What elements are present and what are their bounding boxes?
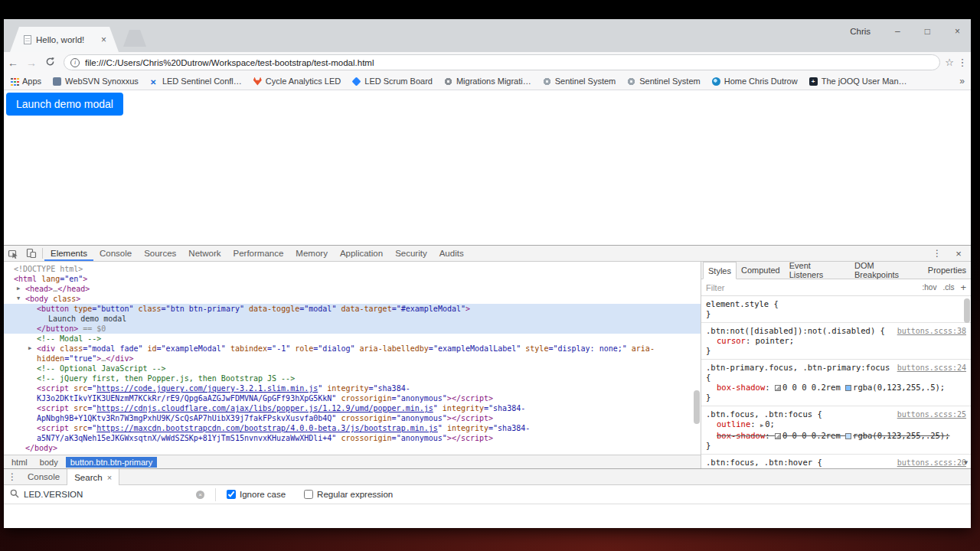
bookmark-item[interactable]: LED Sentinel Confl…	[150, 77, 242, 86]
bookmark-item[interactable]: Migrations Migrati…	[444, 77, 531, 86]
devtools-tab-security[interactable]: Security	[389, 246, 433, 261]
drawer-tab-console[interactable]: Console	[21, 469, 67, 484]
styles-tab-styles[interactable]: Styles	[703, 262, 737, 279]
color-swatch[interactable]	[845, 433, 851, 439]
devtools-menu-icon[interactable]: ⋮	[928, 248, 946, 259]
browser-menu-icon[interactable]: ⋮	[954, 57, 971, 68]
page-info-icon[interactable]: i	[70, 58, 80, 67]
elements-tree-node[interactable]: <script src="https://maxcdn.bootstrapcdn…	[4, 423, 701, 443]
search-option[interactable]: Ignore case	[227, 490, 286, 499]
devtools-tab-network[interactable]: Network	[182, 246, 227, 261]
minimize-button[interactable]: –	[895, 26, 900, 37]
elements-tree-node[interactable]: ▶<div class="modal fade" id="exampleModa…	[4, 344, 701, 364]
elements-tree-node[interactable]: <script src="https://code.jquery.com/jqu…	[4, 383, 701, 403]
new-tab-button[interactable]	[123, 30, 146, 47]
styles-filter-input[interactable]	[706, 283, 916, 292]
omnibox[interactable]: i	[64, 54, 940, 70]
elements-tree-node[interactable]: <!-- jQuery first, then Popper.js, then …	[4, 373, 701, 383]
bookmarks-overflow-chevron[interactable]: »	[959, 76, 965, 86]
search-option-checkbox[interactable]	[227, 490, 236, 499]
stylesheet-link[interactable]: buttons.scss:20	[897, 458, 966, 468]
drawer-menu-icon[interactable]: ⋮	[4, 469, 21, 484]
elements-tree-node[interactable]: <html lang="en">	[4, 274, 701, 284]
rule-selector[interactable]: .btn:focus, .btn:hover {	[706, 458, 891, 468]
elements-scrollbar[interactable]	[694, 390, 700, 424]
inspect-element-icon[interactable]	[4, 246, 22, 261]
styles-toggle[interactable]: .cls	[942, 283, 954, 292]
styles-toggle[interactable]: +	[960, 282, 966, 293]
css-property[interactable]: box-shadow: 0 0 0 0.2rem rgba(0,123,255,…	[706, 383, 966, 393]
search-option[interactable]: Regular expression	[304, 490, 393, 499]
styles-toggle[interactable]: :hov	[923, 283, 937, 292]
forward-button[interactable]: →	[22, 57, 41, 69]
clear-search-icon[interactable]: ×	[196, 491, 204, 499]
expand-value-icon[interactable]: ▶	[760, 422, 763, 429]
devtools-tab-memory[interactable]: Memory	[289, 246, 334, 261]
drawer-tab-search[interactable]: Search×	[67, 469, 119, 485]
elements-tree-node[interactable]: </button> == $0	[4, 324, 701, 334]
bookmark-item[interactable]: LED Scrum Board	[352, 77, 433, 86]
elements-tree-node[interactable]: Launch demo modal	[4, 314, 701, 324]
rule-selector[interactable]: .btn:not([disabled]):not(.disabled) {	[706, 326, 891, 336]
bookmark-item[interactable]: Home Chris Dutrow	[712, 77, 798, 86]
breadcrumb-item[interactable]: body	[35, 457, 63, 468]
elements-tree-node[interactable]: <!-- Optional JavaScript -->	[4, 364, 701, 373]
devtools-tab-audits[interactable]: Audits	[433, 246, 470, 261]
bookmark-item[interactable]: Sentinel System	[543, 77, 616, 86]
devtools-tab-console[interactable]: Console	[93, 246, 138, 261]
rule-selector[interactable]: element.style {	[706, 299, 966, 309]
launch-demo-modal-button[interactable]: Launch demo modal	[6, 93, 123, 116]
toggle-arrow-icon[interactable]: ▼	[17, 294, 20, 304]
stylesheet-link[interactable]: buttons.scss:24	[897, 363, 966, 373]
bookmark-item[interactable]: WebSVN Synoxxus	[53, 77, 139, 86]
color-swatch[interactable]	[845, 385, 851, 391]
rule-selector[interactable]: .btn-primary.focus, .btn-primary:focus {	[706, 363, 891, 383]
styles-scrollbar[interactable]	[964, 298, 970, 323]
stylesheet-link[interactable]: buttons.scss:38	[897, 326, 966, 336]
profile-name[interactable]: Chris	[850, 27, 871, 36]
toggle-arrow-icon[interactable]: ▶	[28, 344, 31, 354]
toggle-arrow-icon[interactable]: ▶	[17, 284, 20, 294]
tab-close-icon[interactable]: ×	[101, 34, 106, 45]
css-property[interactable]: outline: ▶0;	[706, 419, 966, 431]
reload-button[interactable]	[41, 57, 59, 69]
styles-tab-dom-breakpoints[interactable]: DOM Breakpoints	[850, 262, 923, 279]
breadcrumb-item[interactable]: html	[7, 457, 32, 468]
bookmark-item[interactable]: Sentinel System	[627, 77, 700, 86]
rule-selector[interactable]: .btn.focus, .btn:focus {	[706, 409, 891, 419]
elements-tree-node[interactable]: <!DOCTYPE html>	[4, 264, 701, 274]
browser-tab[interactable]: Hello, world! ×	[10, 27, 119, 52]
devtools-tab-sources[interactable]: Sources	[138, 246, 182, 261]
back-button[interactable]: ←	[4, 57, 22, 69]
stylesheet-link[interactable]: buttons.scss:25	[897, 409, 966, 419]
devtools-tab-application[interactable]: Application	[334, 246, 389, 261]
drawer-tab-close-icon[interactable]: ×	[107, 473, 112, 482]
device-toolbar-icon[interactable]	[22, 246, 41, 261]
elements-tree-node[interactable]: ▼<body class>	[4, 294, 701, 304]
elements-tree-node[interactable]: <button type="button" class="btn btn-pri…	[4, 304, 701, 314]
bookmark-item[interactable]: Cycle Analytics LED	[253, 77, 341, 86]
devtools-close-icon[interactable]: ×	[949, 248, 968, 259]
devtools-tab-performance[interactable]: Performance	[227, 246, 290, 261]
elements-tree-node[interactable]: <!-- Modal -->	[4, 334, 701, 344]
css-property[interactable]: cursor: pointer;	[706, 336, 966, 346]
search-input[interactable]	[24, 490, 196, 499]
url-input[interactable]	[85, 58, 933, 67]
search-option-checkbox[interactable]	[304, 490, 313, 499]
bookmark-item[interactable]: The jOOQ User Man…	[809, 77, 907, 86]
shadow-editor-icon[interactable]	[775, 433, 781, 439]
elements-tree-node[interactable]: <script src="https://cdnjs.cloudflare.co…	[4, 403, 701, 423]
styles-tab-event-listeners[interactable]: Event Listeners	[785, 262, 850, 279]
devtools-tab-elements[interactable]: Elements	[44, 246, 93, 261]
bookmark-item[interactable]: Apps	[10, 77, 41, 86]
close-button[interactable]: ×	[955, 26, 960, 37]
css-property[interactable]: box-shadow: 0 0 0 0.2rem rgba(0,123,255,…	[706, 431, 966, 441]
bookmark-star-icon[interactable]: ☆	[945, 57, 954, 68]
elements-tree-node[interactable]: </body>	[4, 443, 701, 453]
shadow-editor-icon[interactable]	[775, 385, 781, 391]
styles-tab-properties[interactable]: Properties	[923, 262, 971, 279]
breadcrumb-item[interactable]: button.btn.btn-primary	[66, 457, 158, 468]
styles-tab-computed[interactable]: Computed	[737, 262, 785, 279]
maximize-button[interactable]: □	[925, 26, 930, 37]
elements-tree-node[interactable]: ▶<head>…</head>	[4, 284, 701, 294]
